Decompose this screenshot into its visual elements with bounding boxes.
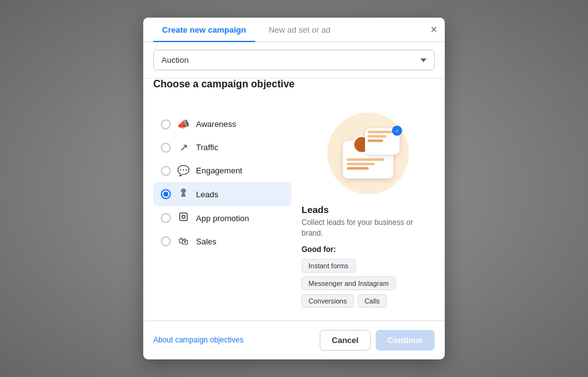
- app-promotion-label: App promotion: [196, 214, 249, 223]
- leads-illustration: ✓: [327, 112, 409, 194]
- awareness-icon: 📣: [177, 118, 190, 130]
- engagement-icon: 💬: [177, 165, 190, 177]
- auction-dropdown-container: Auction Reach and Frequency: [143, 42, 445, 79]
- detail-title: Leads: [302, 204, 435, 215]
- radio-traffic: [161, 143, 171, 153]
- sales-label: Sales: [196, 237, 217, 246]
- sales-icon: 🛍: [177, 236, 190, 247]
- tag-conversions: Conversions: [302, 294, 354, 308]
- tags-container: Instant forms Messenger and Instagram Co…: [302, 259, 435, 308]
- awareness-label: Awareness: [196, 119, 236, 129]
- objective-traffic[interactable]: ↗ Traffic: [153, 136, 291, 159]
- traffic-label: Traffic: [196, 143, 218, 152]
- illus-check-mark: ✓: [392, 126, 402, 136]
- close-button[interactable]: ×: [430, 24, 437, 35]
- illus-small-card: ✓: [365, 128, 400, 155]
- footer-buttons: Cancel Continue: [320, 330, 435, 351]
- tag-instant-forms: Instant forms: [302, 259, 356, 273]
- leads-label: Leads: [196, 190, 218, 199]
- radio-sales: [161, 236, 171, 246]
- modal-body: 📣 Awareness ↗ Traffic 💬 Engagement: [143, 100, 445, 320]
- svg-rect-0: [180, 213, 187, 221]
- objective-app-promotion[interactable]: App promotion: [153, 206, 291, 230]
- good-for-label: Good for:: [302, 245, 435, 254]
- about-objectives-link[interactable]: About campaign objectives: [153, 336, 243, 344]
- radio-leads: [161, 189, 171, 199]
- tag-calls: Calls: [357, 294, 386, 308]
- detail-description: Collect leads for your business or brand…: [302, 217, 435, 239]
- app-promo-icon: [177, 212, 190, 224]
- tab-new-ad-set[interactable]: New ad set or ad: [260, 18, 339, 42]
- objective-sales[interactable]: 🛍 Sales: [153, 230, 291, 253]
- illustration-inner: ✓: [337, 128, 400, 178]
- continue-button[interactable]: Continue: [376, 330, 435, 351]
- radio-app-promotion: [161, 213, 171, 223]
- objective-detail-panel: ✓ Leads Collect leads for your business …: [291, 112, 435, 308]
- radio-engagement: [161, 166, 171, 176]
- objective-engagement[interactable]: 💬 Engagement: [153, 159, 291, 182]
- objectives-list: 📣 Awareness ↗ Traffic 💬 Engagement: [153, 112, 291, 308]
- objective-awareness[interactable]: 📣 Awareness: [153, 112, 291, 136]
- section-title: Choose a campaign objective: [143, 79, 445, 90]
- tag-messenger-instagram: Messenger and Instagram: [302, 276, 396, 290]
- modal-footer: About campaign objectives Cancel Continu…: [143, 320, 445, 359]
- svg-point-1: [182, 216, 185, 219]
- campaign-modal: Create new campaign New ad set or ad × A…: [143, 18, 445, 359]
- radio-awareness: [161, 119, 171, 129]
- cancel-button[interactable]: Cancel: [320, 330, 371, 351]
- objective-leads[interactable]: Leads: [153, 182, 291, 206]
- traffic-icon: ↗: [177, 141, 190, 153]
- tab-create-campaign[interactable]: Create new campaign: [153, 18, 255, 42]
- buying-type-select[interactable]: Auction Reach and Frequency: [153, 50, 435, 70]
- engagement-label: Engagement: [196, 166, 242, 175]
- leads-icon: [177, 188, 190, 200]
- page-background: Create new campaign New ad set or ad × A…: [0, 0, 588, 377]
- modal-tab-bar: Create new campaign New ad set or ad ×: [143, 18, 445, 42]
